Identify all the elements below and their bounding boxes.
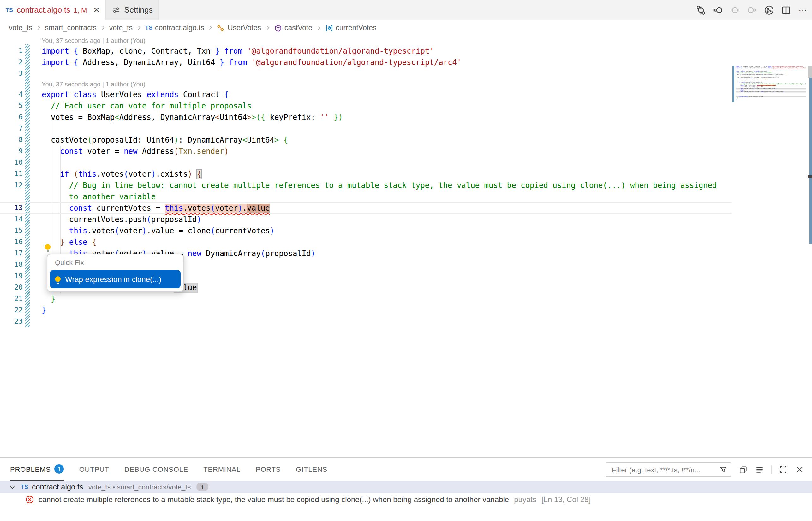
line-number: 9 (0, 146, 23, 157)
panel-tab-terminal[interactable]: TERMINAL (203, 458, 240, 481)
panel-tab-problems[interactable]: PROBLEMS 1 (10, 458, 64, 481)
breadcrumb-folder[interactable]: vote_ts (109, 24, 133, 31)
line-number: 4 (0, 89, 23, 100)
nav-back-icon[interactable] (713, 5, 723, 15)
code-line[interactable]: 11 if (this.votes(voter).exists) { (0, 168, 812, 180)
filter-funnel-icon[interactable] (719, 465, 728, 474)
panel-tab-gitlens[interactable]: GITLENS (296, 458, 327, 481)
breadcrumb-variable[interactable]: currentVotes (325, 24, 376, 32)
lightbulb-icon[interactable] (45, 241, 50, 252)
line-number: 8 (0, 134, 23, 146)
breadcrumb-method[interactable]: castVote (274, 24, 312, 32)
symbol-class-icon (217, 24, 225, 32)
code-line[interactable]: 9 const voter = new Address(Txn.sender) (0, 146, 812, 157)
scrollbar-thumb[interactable] (808, 66, 812, 77)
problem-item-row[interactable]: cannot create multiple references to a m… (0, 493, 812, 506)
problems-filter-input[interactable] (611, 465, 719, 474)
tab-contract-algo-ts[interactable]: TS contract.algo.ts 1, M ✕ (0, 0, 106, 20)
typescript-file-icon: TS (6, 7, 13, 13)
line-number: 10 (0, 157, 23, 168)
line-number: 17 (0, 248, 23, 259)
code-editor[interactable]: You, 37 seconds ago | 1 author (You)1imp… (0, 36, 812, 457)
line-number: 14 (0, 214, 23, 225)
code-line[interactable]: 10 (0, 157, 812, 168)
code-line[interactable]: 23 (0, 316, 812, 327)
collapse-all-icon[interactable] (754, 465, 764, 474)
quick-fix-action-wrap-in-clone[interactable]: Wrap expression in clone(...) (50, 270, 180, 288)
close-tab-icon[interactable]: ✕ (93, 6, 100, 14)
chevron-right-icon (35, 25, 42, 31)
maximize-panel-icon[interactable] (778, 465, 788, 474)
line-number: 6 (0, 112, 23, 123)
code-line[interactable]: 3 (0, 68, 812, 80)
panel-tab-ports[interactable]: PORTS (256, 458, 281, 481)
code-line[interactable]: 15 this.votes(voter).value = clone(curre… (0, 225, 812, 236)
code-line[interactable]: 14 currentVotes.push(proposalId) (0, 214, 812, 225)
next-change-icon[interactable] (747, 5, 757, 15)
close-panel-icon[interactable] (795, 465, 805, 474)
problems-file-row[interactable]: TS contract.algo.ts vote_ts • smart_cont… (0, 481, 812, 493)
line-number: 2 (0, 57, 23, 68)
problems-filter (605, 462, 731, 477)
line-number: 15 (0, 225, 23, 236)
code-line[interactable]: 22} (0, 305, 812, 316)
quick-fix-title: Quick Fix (47, 254, 183, 270)
line-number: 19 (0, 271, 23, 282)
symbol-method-icon (274, 24, 282, 32)
problem-message: cannot create multiple references to a m… (39, 495, 509, 504)
breadcrumb-class[interactable]: UserVotes (217, 24, 261, 32)
code-line[interactable]: 16 } else { (0, 236, 812, 248)
code-line[interactable]: 13 const currentVotes = this.votes(voter… (0, 202, 732, 214)
tab-title: contract.algo.ts (17, 5, 70, 14)
code-line[interactable]: 2import { Address, DynamicArray, Uint64 … (0, 57, 812, 68)
code-line[interactable]: 1import { BoxMap, clone, Contract, Txn }… (0, 45, 812, 57)
code-line[interactable]: 12 // Bug in line below: cannot create m… (0, 180, 812, 191)
line-number: 3 (0, 68, 23, 80)
problem-location: [Ln 13, Col 28] (541, 495, 591, 504)
more-actions-icon[interactable]: ⋯ (798, 5, 808, 15)
code-line[interactable]: 5 // Each user can vote for multiple pro… (0, 100, 812, 112)
breadcrumb-folder[interactable]: vote_ts (9, 24, 32, 31)
breadcrumb-file[interactable]: TS contract.algo.ts (145, 24, 204, 31)
git-compare-icon[interactable] (696, 5, 706, 15)
code-line[interactable]: 8 castVote(proposalId: Uint64): DynamicA… (0, 134, 812, 146)
code-line[interactable]: 4export class UserVotes extends Contract… (0, 89, 812, 100)
symbol-variable-icon (325, 24, 333, 32)
overview-ruler-error-mark (808, 175, 812, 178)
code-line[interactable]: to another variable (0, 191, 812, 202)
bottom-panel: PROBLEMS 1 OUTPUT DEBUG CONSOLE TERMINAL… (0, 457, 812, 521)
line-number: 22 (0, 305, 23, 316)
line-number: 1 (0, 45, 23, 57)
chevron-right-icon (315, 25, 322, 31)
chevron-down-icon[interactable] (9, 483, 16, 491)
problems-count-badge: 1 (55, 464, 64, 474)
line-number: 18 (0, 259, 23, 271)
chevron-right-icon (136, 25, 142, 31)
lightbulb-icon (55, 276, 61, 282)
quick-fix-popup: Quick Fix Wrap expression in clone(...) (47, 253, 184, 292)
chevron-right-icon (264, 25, 271, 31)
line-number: 13 (0, 203, 23, 213)
prev-change-icon[interactable] (730, 5, 740, 15)
vscode-window: TS contract.algo.ts 1, M ✕ Settings (0, 0, 812, 521)
code-line[interactable]: 6 votes = BoxMap<Address, DynamicArray<U… (0, 112, 812, 123)
divider (771, 465, 772, 474)
panel-tab-output[interactable]: OUTPUT (79, 458, 109, 481)
minimap[interactable]: import { BoxMap, clone, Contract, Txn } … (732, 66, 806, 105)
panel-tab-debug-console[interactable]: DEBUG CONSOLE (124, 458, 188, 481)
line-number: 11 (0, 168, 23, 180)
view-as-table-icon[interactable] (738, 465, 748, 474)
code-line[interactable]: 7 (0, 123, 812, 134)
commit-graph-icon[interactable] (764, 5, 774, 15)
tab-settings[interactable]: Settings (106, 0, 159, 20)
breadcrumb-folder[interactable]: smart_contracts (45, 24, 97, 31)
breadcrumb: vote_ts smart_contracts vote_ts TS contr… (0, 20, 812, 36)
panel-actions (605, 462, 805, 477)
line-number: 20 (0, 282, 23, 293)
gitlens-blame-annotation: You, 37 seconds ago | 1 author (You) (0, 36, 812, 45)
panel-tab-bar: PROBLEMS 1 OUTPUT DEBUG CONSOLE TERMINAL… (0, 458, 812, 481)
line-number: 12 (0, 180, 23, 191)
split-editor-icon[interactable] (781, 5, 791, 15)
typescript-file-icon: TS (21, 484, 28, 490)
code-line[interactable]: 21 } (0, 293, 812, 305)
